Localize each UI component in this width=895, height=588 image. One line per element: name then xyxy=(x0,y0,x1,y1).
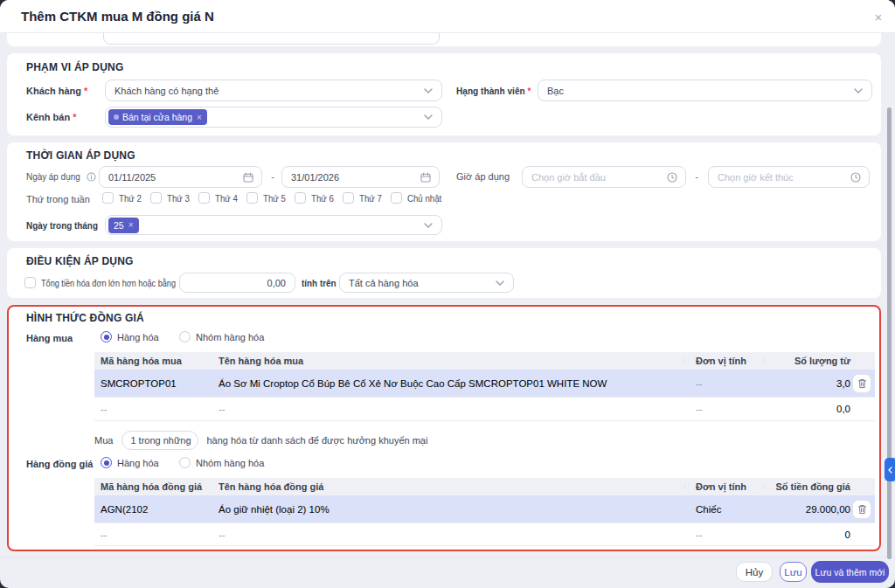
buy-radio-group-option[interactable]: Nhóm hàng hóa xyxy=(179,331,264,342)
customer-select[interactable]: Khách hàng có hạng thẻ xyxy=(105,80,442,101)
weekday-checkbox[interactable]: Thứ 7 xyxy=(343,192,391,204)
section-time-title: THỜI GIAN ÁP DỤNG xyxy=(26,149,135,162)
cell-name: Áo giữ nhiệt (loại 2) 10% xyxy=(219,504,684,515)
col-header: Số lượng từ xyxy=(764,356,852,366)
fixed-table-row[interactable]: AGN(2102 Áo giữ nhiệt (loại 2) 10% Chiếc… xyxy=(94,495,875,523)
buy-table: Mã hàng hóa mua Tên hàng hóa mua Đơn vị … xyxy=(94,352,875,421)
fixed-radio-product[interactable]: Hàng hóa xyxy=(101,457,179,468)
min-total-input[interactable]: 0,00 xyxy=(179,273,295,293)
section-condition: ĐIỀU KIỆN ÁP DỤNG Tổng tiền hóa đơn lớn … xyxy=(7,248,881,298)
col-header: Số tiền đồng giá xyxy=(764,481,852,492)
radio-icon[interactable] xyxy=(101,457,112,468)
collapse-panel-tab[interactable] xyxy=(885,458,895,481)
checkbox-icon[interactable] xyxy=(391,192,402,204)
tag-remove-icon[interactable]: × xyxy=(128,220,134,230)
calendar-icon xyxy=(243,172,253,183)
col-header: Đơn vị tính xyxy=(684,356,764,366)
modal-title: Thêm CTKM mua M đồng giá N xyxy=(21,9,214,24)
weekday-checkbox[interactable]: Thứ 6 xyxy=(295,192,343,204)
delete-row-button[interactable] xyxy=(852,374,871,393)
hour-range-dash: - xyxy=(690,171,703,182)
date-to-input[interactable]: 31/01/2026 xyxy=(281,166,440,188)
cell-code: -- xyxy=(94,404,219,414)
buy-table-header: Mã hàng hóa mua Tên hàng hóa mua Đơn vị … xyxy=(94,352,875,370)
buy-radio-group: Hàng hóa Nhóm hàng hóa xyxy=(101,331,264,342)
modal-header: Thêm CTKM mua M đồng giá N xyxy=(0,0,895,33)
cell-name: Áo Sơ Mi Croptop Cổ Búp Bê Cổ Xẻ Nơ Buộc… xyxy=(219,378,684,389)
checkbox-icon[interactable] xyxy=(295,192,306,204)
buy-label: Hàng mua xyxy=(26,333,73,343)
customer-label: Khách hàng* xyxy=(26,86,87,96)
col-header: Mã hàng hóa mua xyxy=(94,356,219,366)
info-icon[interactable] xyxy=(87,172,96,182)
fixed-table-row[interactable]: -- -- -- 0 xyxy=(94,523,875,546)
partial-input[interactable] xyxy=(103,33,440,45)
cell-code: -- xyxy=(94,529,219,540)
save-button[interactable]: Lưu xyxy=(780,562,807,582)
radio-icon[interactable] xyxy=(179,457,191,468)
monthday-tag[interactable]: 25× xyxy=(108,218,139,233)
buy-table-row[interactable]: -- -- -- 0,0 xyxy=(94,398,875,421)
radio-icon[interactable] xyxy=(101,331,112,342)
scrollbar[interactable] xyxy=(887,107,892,559)
fixed-radio-group: Hàng hóa Nhóm hàng hóa xyxy=(101,457,264,468)
radio-icon[interactable] xyxy=(179,331,191,342)
cell-qty: 3,0 xyxy=(764,378,852,389)
hour-from-input[interactable]: Chọn giờ bắt đầu xyxy=(522,166,686,188)
cancel-button[interactable]: Hủy xyxy=(736,562,773,582)
on-value: Tất cả hàng hóa xyxy=(349,278,419,288)
cell-name: -- xyxy=(219,529,684,540)
checkbox-icon[interactable] xyxy=(150,192,162,204)
weekday-checkbox[interactable]: Thứ 3 xyxy=(150,192,198,204)
weekday-checkbox[interactable]: Thứ 2 xyxy=(102,192,150,204)
weekday-checkbox[interactable]: Thứ 5 xyxy=(246,192,295,204)
on-select[interactable]: Tất cả hàng hóa xyxy=(339,273,514,293)
buy-table-row[interactable]: SMCROPTOP01 Áo Sơ Mi Croptop Cổ Búp Bê C… xyxy=(94,370,875,398)
weekday-checkbox[interactable]: Thứ 4 xyxy=(198,192,246,204)
cell-unit: -- xyxy=(684,529,764,540)
col-header: Tên hàng hóa đồng giá xyxy=(219,481,684,492)
cell-name: -- xyxy=(219,404,684,414)
chevron-down-icon xyxy=(183,439,191,443)
channel-select[interactable]: Bán tại cửa hàng× xyxy=(105,107,442,128)
checkbox-icon[interactable] xyxy=(102,192,114,204)
section-scope: PHẠM VI ÁP DỤNG Khách hàng* Khách hàng c… xyxy=(7,53,881,135)
section-fixed-title: HÌNH THỨC ĐỒNG GIÁ xyxy=(26,312,144,324)
col-header: Đơn vị tính xyxy=(684,481,764,492)
min-total-value: 0,00 xyxy=(267,278,286,288)
fixed-table-header: Mã hàng hóa đồng giá Tên hàng hóa đồng g… xyxy=(94,478,875,495)
rank-select[interactable]: Bạc xyxy=(538,80,872,101)
hour-label: Giờ áp dụng xyxy=(456,171,510,182)
fixed-radio-group-option[interactable]: Nhóm hàng hóa xyxy=(179,457,264,468)
save-and-new-button[interactable]: Lưu và thêm mới xyxy=(811,561,889,583)
monthday-label: Ngày trong tháng xyxy=(26,220,106,231)
chevron-down-icon xyxy=(424,223,433,228)
customer-value: Khách hàng có hạng thẻ xyxy=(114,86,219,96)
close-icon[interactable]: × xyxy=(869,7,888,26)
min-total-checkbox[interactable] xyxy=(24,277,36,288)
checkbox-icon[interactable] xyxy=(246,192,258,204)
channel-tag[interactable]: Bán tại cửa hàng× xyxy=(108,109,207,125)
rule-prefix: Mua xyxy=(94,435,113,446)
cell-code: AGN(2102 xyxy=(94,504,219,515)
rule-suffix: hàng hóa từ danh sách để được hưởng khuy… xyxy=(206,435,427,446)
section-fixed-price: HÌNH THỨC ĐỒNG GIÁ Hàng mua Hàng hóa Nhó… xyxy=(7,305,881,551)
buy-rule-row: Mua 1 trong những hàng hóa từ danh sách … xyxy=(94,431,427,450)
checkbox-icon[interactable] xyxy=(343,192,354,204)
hour-from-placeholder: Chọn giờ bắt đầu xyxy=(531,172,606,183)
buy-radio-product[interactable]: Hàng hóa xyxy=(101,331,179,342)
section-time: THỜI GIAN ÁP DỤNG Ngày áp dụng 01/11/202… xyxy=(7,142,881,241)
tag-remove-icon[interactable]: × xyxy=(197,113,202,122)
monthday-select[interactable]: 25× xyxy=(105,215,442,235)
rule-select[interactable]: 1 trong những xyxy=(121,431,198,450)
cell-unit: Chiếc xyxy=(684,504,764,515)
weekday-checkbox[interactable]: Chủ nhật xyxy=(391,192,447,204)
checkbox-icon[interactable] xyxy=(198,192,210,204)
date-from-value: 01/11/2025 xyxy=(108,172,156,183)
section-condition-title: ĐIỀU KIỆN ÁP DỤNG xyxy=(26,255,134,267)
delete-row-button[interactable] xyxy=(852,500,871,519)
weekday-checkbox-group: Thứ 2 Thứ 3 Thứ 4 Thứ 5 Thứ 6 Thứ 7 Chủ … xyxy=(102,192,447,204)
cell-price: 0 xyxy=(764,529,852,540)
hour-to-input[interactable]: Chọn giờ kết thúc xyxy=(708,166,870,188)
date-from-input[interactable]: 01/11/2025 xyxy=(99,166,262,188)
